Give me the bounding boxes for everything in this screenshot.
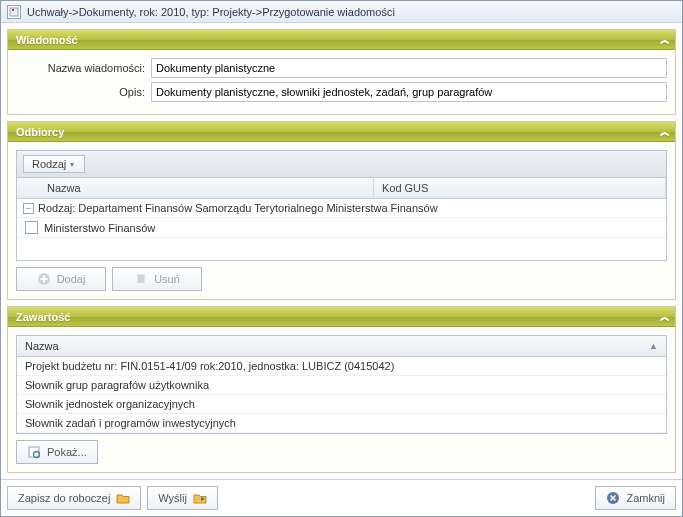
collapse-icon: ︽ — [660, 33, 667, 47]
collapse-icon: ︽ — [660, 310, 667, 324]
section-odbiorcy: Odbiorcy ︽ Rodzaj ▾ Nazwa Kod GUS — [7, 121, 676, 300]
svg-rect-4 — [40, 278, 47, 280]
list-zawartosc: Nazwa ▲ Projekt budżetu nr: FIN.0151-41/… — [16, 335, 667, 434]
cell-nazwa: Ministerstwo Finansów — [44, 222, 155, 234]
group-chip-rodzaj[interactable]: Rodzaj ▾ — [23, 155, 85, 173]
svg-rect-5 — [138, 276, 145, 283]
grid-group-bar: Rodzaj ▾ — [17, 151, 666, 178]
preview-icon — [27, 445, 41, 459]
delete-button[interactable]: Usuń — [112, 267, 202, 291]
trash-icon — [134, 272, 148, 286]
sort-asc-icon[interactable]: ▲ — [649, 341, 658, 351]
group-toggle-icon[interactable]: − — [23, 203, 34, 214]
plus-icon — [37, 272, 51, 286]
section-wiadomosc: Wiadomość ︽ Nazwa wiadomości: Opis: — [7, 29, 676, 115]
grid-group-row[interactable]: − Rodzaj: Departament Finansów Samorządu… — [17, 199, 666, 218]
add-button[interactable]: Dodaj — [16, 267, 106, 291]
svg-rect-6 — [137, 275, 145, 277]
input-opis[interactable] — [151, 82, 667, 102]
window-title: Uchwały->Dokumenty, rok: 2010, typ: Proj… — [27, 6, 395, 18]
grid-odbiorcy: Rodzaj ▾ Nazwa Kod GUS − Rodzaj: Departa… — [16, 150, 667, 261]
section-title: Zawartość — [16, 311, 70, 323]
footer-bar: Zapisz do roboczej Wyślij Zamknij — [1, 479, 682, 516]
section-title: Odbiorcy — [16, 126, 64, 138]
folder-send-icon — [193, 491, 207, 505]
table-row[interactable]: Ministerstwo Finansów — [17, 218, 666, 238]
close-button[interactable]: Zamknij — [595, 486, 676, 510]
app-icon — [7, 5, 21, 19]
list-item[interactable]: Projekt budżetu nr: FIN.0151-41/09 rok:2… — [17, 357, 666, 376]
close-icon — [606, 491, 620, 505]
button-label: Zamknij — [626, 492, 665, 504]
section-zawartosc: Zawartość ︽ Nazwa ▲ Projekt budżetu nr: … — [7, 306, 676, 473]
button-label: Wyślij — [158, 492, 187, 504]
section-header-zawartosc[interactable]: Zawartość ︽ — [8, 307, 675, 327]
button-label: Zapisz do roboczej — [18, 492, 110, 504]
svg-rect-1 — [12, 9, 14, 11]
list-header[interactable]: Nazwa ▲ — [17, 336, 666, 357]
list-item[interactable]: Słownik jednostek organizacyjnych — [17, 395, 666, 414]
section-header-wiadomosc[interactable]: Wiadomość ︽ — [8, 30, 675, 50]
grid-header: Nazwa Kod GUS — [17, 178, 666, 199]
button-label: Dodaj — [57, 273, 86, 285]
list-item[interactable]: Słownik zadań i programów inwestycyjnych — [17, 414, 666, 433]
section-header-odbiorcy[interactable]: Odbiorcy ︽ — [8, 122, 675, 142]
save-draft-button[interactable]: Zapisz do roboczej — [7, 486, 141, 510]
collapse-icon: ︽ — [660, 125, 667, 139]
button-label: Usuń — [154, 273, 180, 285]
button-label: Pokaż... — [47, 446, 87, 458]
input-nazwa[interactable] — [151, 58, 667, 78]
col-header-gus[interactable]: Kod GUS — [374, 178, 666, 198]
app-window: Uchwały->Dokumenty, rok: 2010, typ: Proj… — [0, 0, 683, 517]
list-item[interactable]: Słownik grup paragrafów użytkownika — [17, 376, 666, 395]
cell-gus — [374, 218, 666, 237]
section-title: Wiadomość — [16, 34, 78, 46]
show-button[interactable]: Pokaż... — [16, 440, 98, 464]
label-opis: Opis: — [16, 86, 151, 98]
chip-label: Rodzaj — [32, 158, 66, 170]
titlebar: Uchwały->Dokumenty, rok: 2010, typ: Proj… — [1, 1, 682, 23]
label-nazwa: Nazwa wiadomości: — [16, 62, 151, 74]
row-checkbox[interactable] — [25, 221, 38, 234]
col-header-nazwa[interactable]: Nazwa — [17, 178, 374, 198]
group-label: Rodzaj: Departament Finansów Samorządu T… — [38, 202, 438, 214]
chevron-down-icon: ▾ — [70, 160, 74, 169]
folder-save-icon — [116, 491, 130, 505]
col-header-nazwa: Nazwa — [25, 340, 59, 352]
send-button[interactable]: Wyślij — [147, 486, 218, 510]
